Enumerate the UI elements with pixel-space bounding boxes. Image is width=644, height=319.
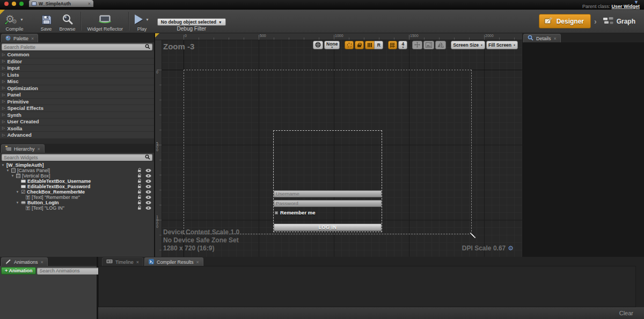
selected-vertical-box-outline[interactable] bbox=[273, 130, 382, 232]
play-button[interactable]: ▼ Play bbox=[131, 10, 153, 33]
close-icon[interactable]: × bbox=[136, 259, 139, 265]
eye-icon[interactable] bbox=[145, 205, 151, 211]
palette-category-synth[interactable]: ▷Synth bbox=[0, 112, 154, 119]
compile-button[interactable]: ⚙⚙ ✓ ▼ Compile bbox=[0, 10, 27, 33]
expander-icon[interactable]: ▷ bbox=[2, 133, 5, 137]
palette-category-advanced[interactable]: ▷Advanced bbox=[0, 132, 154, 139]
remember-me-row[interactable]: Remember me bbox=[275, 210, 315, 216]
preview-background-button[interactable] bbox=[423, 41, 434, 49]
palette-category-xsolla[interactable]: ▷Xsolla bbox=[0, 125, 154, 132]
palette-category-common[interactable]: ▷Common bbox=[0, 51, 154, 58]
designer-mode-button[interactable]: Designer bbox=[539, 14, 591, 28]
tree-row[interactable]: T[Text] "LOG IN" bbox=[0, 205, 154, 211]
tree-row[interactable]: ▼Button_LogIn bbox=[0, 200, 154, 205]
mirror-preview-button[interactable] bbox=[435, 41, 446, 49]
expander-icon[interactable]: ▷ bbox=[2, 66, 5, 70]
designer-canvas[interactable]: 0 500 1000 1500 2000 0 5 0 0 1 0 0 0 Zoo… bbox=[155, 33, 522, 257]
expander-icon[interactable]: ▷ bbox=[2, 106, 5, 110]
lock-icon[interactable] bbox=[137, 205, 142, 211]
expander-icon[interactable]: ▼ bbox=[11, 174, 14, 177]
tree-row[interactable]: EditableTextBox_Password bbox=[0, 184, 154, 189]
palette-search-field[interactable] bbox=[2, 43, 152, 50]
expander-icon[interactable]: ▷ bbox=[2, 120, 5, 124]
add-animation-button[interactable]: + Animation bbox=[1, 267, 36, 275]
expander-icon[interactable]: ▷ bbox=[2, 113, 5, 117]
palette-category-misc[interactable]: ▷Misc bbox=[0, 78, 154, 85]
expander-icon[interactable]: ▼ bbox=[1, 164, 5, 167]
localization-preview-button[interactable] bbox=[313, 41, 323, 49]
zoom-window-button[interactable] bbox=[19, 2, 24, 6]
expander-icon[interactable]: ▷ bbox=[2, 59, 5, 63]
expander-icon[interactable]: ▷ bbox=[2, 86, 5, 90]
palette-category-user-created[interactable]: ▷User Created bbox=[0, 118, 154, 125]
graph-mode-button[interactable]: Graph bbox=[600, 15, 639, 28]
remember-me-checkbox[interactable] bbox=[275, 211, 278, 214]
expander-icon[interactable]: ▷ bbox=[2, 93, 5, 97]
tree-row[interactable]: EditableTextBox_Username bbox=[0, 179, 154, 184]
palette-search-input[interactable] bbox=[4, 44, 145, 50]
expander-icon[interactable]: ▷ bbox=[2, 126, 5, 130]
details-tab[interactable]: Details × bbox=[523, 34, 561, 42]
close-icon[interactable]: × bbox=[196, 259, 199, 265]
lock-widget-button[interactable] bbox=[355, 41, 364, 49]
expander-icon[interactable]: ▷ bbox=[2, 72, 5, 77]
screen-size-dropdown[interactable]: Screen Size ▼ bbox=[451, 41, 485, 49]
clear-button[interactable]: Clear bbox=[619, 310, 633, 316]
palette-tab[interactable]: Palette × bbox=[1, 34, 38, 42]
tree-row[interactable]: T[Text] "Remember me" bbox=[0, 195, 154, 200]
save-button[interactable]: Save bbox=[37, 10, 56, 33]
palette-category-lists[interactable]: ▷Lists bbox=[0, 72, 154, 79]
palette-category-primitive[interactable]: ▷Primitive bbox=[0, 99, 154, 106]
transform-mode-button[interactable] bbox=[365, 41, 374, 49]
animations-search-input[interactable] bbox=[39, 268, 102, 273]
animations-tab[interactable]: Animations × bbox=[1, 257, 48, 266]
animations-list[interactable] bbox=[0, 276, 97, 319]
hierarchy-tab[interactable]: Hierarchy × bbox=[1, 144, 45, 153]
close-icon[interactable]: × bbox=[554, 36, 557, 41]
close-window-button[interactable] bbox=[4, 2, 9, 6]
grid-size-dropdown[interactable]: 4 ▼ bbox=[398, 41, 407, 49]
expander-icon[interactable]: ▷ bbox=[2, 99, 5, 103]
fill-screen-dropdown[interactable]: Fill Screen ▼ bbox=[486, 41, 518, 49]
palette-category-special-effects[interactable]: ▷Special Effects bbox=[0, 105, 154, 112]
tree-row[interactable]: ▼☑CheckBox_RememberMe bbox=[0, 189, 154, 195]
tree-row[interactable]: ▼[Vertical Box] bbox=[0, 173, 154, 179]
resize-handle-icon[interactable] bbox=[469, 232, 477, 240]
password-textbox[interactable]: Password bbox=[274, 200, 382, 207]
dpi-settings-gear-icon[interactable]: ⚙ bbox=[508, 244, 514, 252]
close-icon[interactable]: × bbox=[41, 259, 43, 265]
snap-grid-toggle-button[interactable] bbox=[388, 41, 397, 49]
palette-category-editor[interactable]: ▷Editor bbox=[0, 58, 154, 65]
compile-dropdown-caret-icon[interactable]: ▼ bbox=[20, 18, 24, 21]
asset-tab[interactable]: W_SimpleAuth × bbox=[29, 0, 93, 7]
username-textbox[interactable]: Username bbox=[274, 190, 382, 197]
palette-category-panel[interactable]: ▷Panel bbox=[0, 92, 154, 99]
hierarchy-search-input[interactable] bbox=[4, 155, 145, 160]
close-icon[interactable]: × bbox=[38, 146, 40, 152]
widget-outline-toggle-button[interactable] bbox=[345, 41, 354, 49]
widget-reflector-button[interactable]: Widget Reflector bbox=[83, 10, 127, 33]
parent-class-link[interactable]: User Widget bbox=[612, 4, 640, 9]
compiler-results-tab[interactable]: Compiler Results × bbox=[144, 257, 203, 266]
expander-icon[interactable]: ▼ bbox=[6, 169, 10, 172]
tree-row[interactable]: ▼[Canvas Panel] bbox=[0, 168, 154, 173]
palette-category-input[interactable]: ▷Input bbox=[0, 65, 154, 72]
play-dropdown-caret-icon[interactable]: ▼ bbox=[145, 18, 149, 21]
rotate-mode-button[interactable]: R bbox=[374, 41, 383, 49]
preview-language-dropdown[interactable]: None ▼ bbox=[324, 41, 340, 49]
expander-icon[interactable]: ▷ bbox=[2, 79, 5, 84]
resize-areas-button[interactable] bbox=[412, 41, 422, 49]
timeline-tab[interactable]: Timeline × bbox=[102, 257, 143, 266]
close-icon[interactable]: × bbox=[31, 36, 34, 41]
login-button[interactable]: LOG IN bbox=[274, 224, 382, 231]
browse-button[interactable]: Browse bbox=[55, 10, 79, 33]
expander-icon[interactable]: ▷ bbox=[2, 53, 5, 57]
debug-object-dropdown[interactable]: No debug object selected ▼ bbox=[157, 18, 226, 26]
palette-category-optimization[interactable]: ▷Optimization bbox=[0, 85, 154, 92]
tree-row[interactable]: ▼[W_SimpleAuth] bbox=[0, 162, 154, 168]
minimize-window-button[interactable] bbox=[12, 2, 16, 6]
expander-icon[interactable]: ▼ bbox=[16, 201, 19, 204]
expander-icon[interactable]: ▼ bbox=[16, 190, 19, 194]
compiler-output[interactable] bbox=[98, 266, 636, 307]
asset-tab-close-icon[interactable]: × bbox=[88, 2, 91, 6]
